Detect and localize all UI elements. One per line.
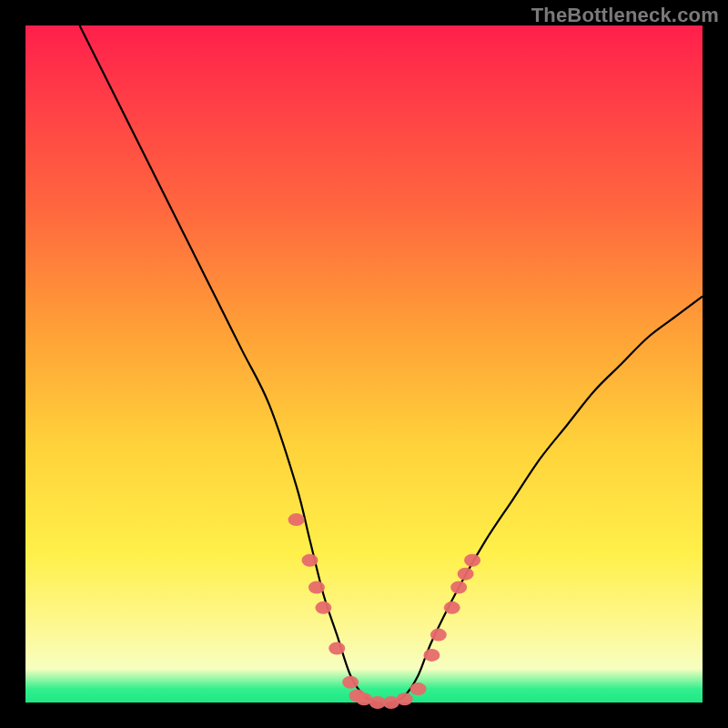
curve-marker — [315, 602, 331, 614]
curve-marker — [464, 554, 480, 567]
marker-group — [288, 513, 480, 709]
chart-frame: TheBottleneck.com — [0, 0, 728, 728]
curve-marker — [308, 581, 325, 594]
curve-marker — [397, 693, 413, 705]
curve-marker — [458, 568, 474, 581]
bottleneck-curve-svg — [25, 25, 703, 703]
curve-marker — [430, 629, 447, 642]
plot-area — [25, 25, 703, 703]
curve-marker — [410, 682, 427, 695]
curve-marker — [288, 513, 305, 526]
watermark-text: TheBottleneck.com — [531, 4, 719, 27]
curve-marker — [342, 676, 359, 689]
bottleneck-curve — [80, 25, 703, 703]
curve-marker — [329, 642, 345, 654]
curve-marker — [301, 554, 318, 567]
curve-marker — [450, 581, 467, 594]
curve-marker — [423, 649, 440, 662]
curve-marker — [444, 602, 460, 614]
